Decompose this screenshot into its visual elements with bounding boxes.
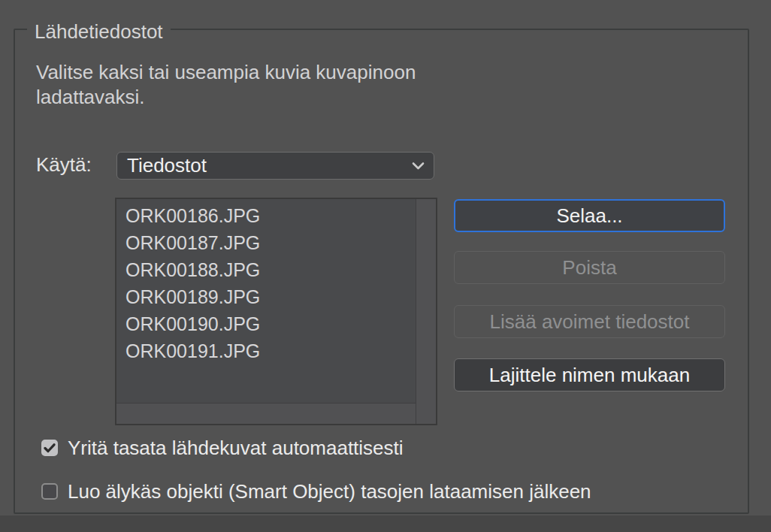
source-files-list[interactable]: ORK00186.JPG ORK00187.JPG ORK00188.JPG O… (115, 198, 437, 425)
use-label: Käytä: (36, 153, 92, 177)
smart-object-label: Luo älykäs objekti (Smart Object) tasoje… (68, 480, 591, 503)
list-item[interactable]: ORK00187.JPG (116, 229, 414, 256)
list-item[interactable]: ORK00189.JPG (116, 283, 414, 310)
use-dropdown[interactable]: Tiedostot (116, 152, 434, 180)
sort-by-name-button[interactable]: Lajittele nimen mukaan (454, 358, 725, 391)
use-dropdown-value: Tiedostot (127, 154, 207, 177)
window-bottom-edge (0, 515, 771, 532)
auto-align-label: Yritä tasata lähdekuvat automaattisesti (68, 437, 404, 460)
chevron-down-icon (412, 162, 425, 170)
auto-align-checkbox-row[interactable]: Yritä tasata lähdekuvat automaattisesti (41, 438, 404, 458)
group-title: Lähdetiedostot (27, 20, 171, 44)
dialog-surface: Lähdetiedostot Valitse kaksi tai useampi… (0, 0, 771, 515)
list-item[interactable]: ORK00190.JPG (116, 310, 414, 337)
smart-object-checkbox[interactable] (41, 483, 58, 500)
list-item[interactable]: ORK00186.JPG (116, 202, 414, 229)
add-open-files-button: Lisää avoimet tiedostot (454, 305, 725, 338)
browse-button[interactable]: Selaa... (454, 199, 725, 232)
vertical-scrollbar-track[interactable] (416, 199, 436, 424)
auto-align-checkbox[interactable] (41, 440, 58, 456)
remove-button: Poista (454, 251, 725, 284)
dialog-description: Valitse kaksi tai useampia kuvia kuvapin… (36, 60, 457, 110)
load-layers-dialog: Lähdetiedostot Valitse kaksi tai useampi… (0, 0, 771, 532)
list-item[interactable]: ORK00191.JPG (116, 337, 414, 364)
checkmark-icon (44, 443, 56, 453)
horizontal-scrollbar-track[interactable] (116, 403, 416, 424)
list-item[interactable]: ORK00188.JPG (116, 256, 414, 283)
file-list-items: ORK00186.JPG ORK00187.JPG ORK00188.JPG O… (116, 202, 414, 364)
smart-object-checkbox-row[interactable]: Luo älykäs objekti (Smart Object) tasoje… (41, 482, 591, 501)
